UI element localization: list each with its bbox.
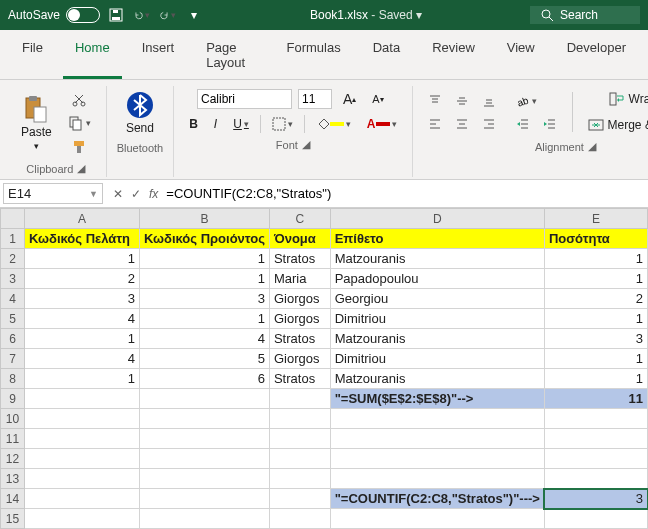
- cell-A5[interactable]: 4: [24, 309, 139, 329]
- cell-E3[interactable]: 1: [544, 269, 647, 289]
- decrease-font-button[interactable]: A▾: [367, 90, 388, 108]
- fx-button[interactable]: fx: [145, 185, 162, 203]
- tab-home[interactable]: Home: [63, 34, 122, 79]
- underline-button[interactable]: U: [228, 114, 254, 134]
- cell-B7[interactable]: 5: [139, 349, 269, 369]
- row-header-8[interactable]: 8: [1, 369, 25, 389]
- cell-D5[interactable]: Dimitriou: [330, 309, 544, 329]
- cell-B15[interactable]: [139, 509, 269, 529]
- row-header-9[interactable]: 9: [1, 389, 25, 409]
- orientation-button[interactable]: ab: [511, 91, 542, 111]
- font-size-select[interactable]: [298, 89, 332, 109]
- cell-E14[interactable]: 3: [544, 489, 647, 509]
- cell-A13[interactable]: [24, 469, 139, 489]
- cut-button[interactable]: [63, 88, 96, 110]
- dialog-launcher-icon[interactable]: ◢: [77, 162, 85, 175]
- col-header-D[interactable]: D: [330, 209, 544, 229]
- cell-B6[interactable]: 4: [139, 329, 269, 349]
- row-header-10[interactable]: 10: [1, 409, 25, 429]
- cell-D10[interactable]: [330, 409, 544, 429]
- cell-E15[interactable]: [544, 509, 647, 529]
- cell-A8[interactable]: 1: [24, 369, 139, 389]
- cell-C7[interactable]: Giorgos: [269, 349, 330, 369]
- cancel-formula-button[interactable]: ✕: [109, 185, 127, 203]
- cell-E10[interactable]: [544, 409, 647, 429]
- decrease-indent-button[interactable]: [511, 114, 535, 134]
- cell-C9[interactable]: [269, 389, 330, 409]
- cell-B14[interactable]: [139, 489, 269, 509]
- cell-B8[interactable]: 6: [139, 369, 269, 389]
- dialog-launcher-icon[interactable]: ◢: [302, 138, 310, 151]
- dialog-launcher-icon[interactable]: ◢: [588, 140, 596, 153]
- doc-state[interactable]: Saved: [379, 8, 413, 22]
- cell-E8[interactable]: 1: [544, 369, 647, 389]
- increase-indent-button[interactable]: [538, 114, 562, 134]
- cell-C3[interactable]: Maria: [269, 269, 330, 289]
- qat-overflow-icon[interactable]: ▾: [186, 7, 202, 23]
- tab-data[interactable]: Data: [361, 34, 412, 79]
- row-header-3[interactable]: 3: [1, 269, 25, 289]
- cell-A7[interactable]: 4: [24, 349, 139, 369]
- redo-icon[interactable]: [160, 7, 176, 23]
- cell-B9[interactable]: [139, 389, 269, 409]
- cell-B5[interactable]: 1: [139, 309, 269, 329]
- row-header-7[interactable]: 7: [1, 349, 25, 369]
- cell-C15[interactable]: [269, 509, 330, 529]
- row-header-6[interactable]: 6: [1, 329, 25, 349]
- cell-A15[interactable]: [24, 509, 139, 529]
- cell-A14[interactable]: [24, 489, 139, 509]
- cell-A10[interactable]: [24, 409, 139, 429]
- cell-C8[interactable]: Stratos: [269, 369, 330, 389]
- cell-D15[interactable]: [330, 509, 544, 529]
- cell-B11[interactable]: [139, 429, 269, 449]
- cell-D8[interactable]: Matzouranis: [330, 369, 544, 389]
- cell-D9[interactable]: "=SUM($E$2:$E$8)"-->: [330, 389, 544, 409]
- tab-view[interactable]: View: [495, 34, 547, 79]
- cell-D13[interactable]: [330, 469, 544, 489]
- increase-font-button[interactable]: A▴: [338, 88, 361, 110]
- bold-button[interactable]: B: [184, 114, 203, 134]
- cell-D14[interactable]: "=COUNTIF(C2:C8,"Stratos")"--->: [330, 489, 544, 509]
- tab-pagelayout[interactable]: Page Layout: [194, 34, 266, 79]
- cell-A12[interactable]: [24, 449, 139, 469]
- cell-B12[interactable]: [139, 449, 269, 469]
- bluetooth-send-button[interactable]: Send: [121, 88, 159, 138]
- tab-developer[interactable]: Developer: [555, 34, 638, 79]
- align-right-button[interactable]: [477, 114, 501, 134]
- tab-insert[interactable]: Insert: [130, 34, 187, 79]
- cell-E12[interactable]: [544, 449, 647, 469]
- cell-A9[interactable]: [24, 389, 139, 409]
- cell-C2[interactable]: Stratos: [269, 249, 330, 269]
- switch-icon[interactable]: [66, 7, 100, 23]
- cell-A1[interactable]: Κωδικός Πελάτη: [24, 229, 139, 249]
- font-color-button[interactable]: A: [362, 114, 402, 134]
- cell-E9[interactable]: 11: [544, 389, 647, 409]
- borders-button[interactable]: [267, 114, 298, 134]
- paste-button[interactable]: Paste ▾: [16, 92, 57, 154]
- fill-color-button[interactable]: [311, 114, 356, 134]
- row-header-11[interactable]: 11: [1, 429, 25, 449]
- cell-B13[interactable]: [139, 469, 269, 489]
- row-header-4[interactable]: 4: [1, 289, 25, 309]
- row-header-1[interactable]: 1: [1, 229, 25, 249]
- cell-B3[interactable]: 1: [139, 269, 269, 289]
- row-header-13[interactable]: 13: [1, 469, 25, 489]
- align-bottom-button[interactable]: [477, 91, 501, 111]
- cell-C12[interactable]: [269, 449, 330, 469]
- cell-B1[interactable]: Κωδικός Προιόντος: [139, 229, 269, 249]
- cell-C4[interactable]: Giorgos: [269, 289, 330, 309]
- align-top-button[interactable]: [423, 91, 447, 111]
- italic-button[interactable]: I: [209, 114, 222, 134]
- wrap-text-button[interactable]: Wrap Text: [583, 88, 648, 110]
- cell-E7[interactable]: 1: [544, 349, 647, 369]
- cell-E11[interactable]: [544, 429, 647, 449]
- copy-button[interactable]: [63, 112, 96, 134]
- tab-review[interactable]: Review: [420, 34, 487, 79]
- cell-C5[interactable]: Giorgos: [269, 309, 330, 329]
- row-header-12[interactable]: 12: [1, 449, 25, 469]
- cell-E4[interactable]: 2: [544, 289, 647, 309]
- tab-file[interactable]: File: [10, 34, 55, 79]
- cell-D6[interactable]: Matzouranis: [330, 329, 544, 349]
- cell-D11[interactable]: [330, 429, 544, 449]
- cell-E2[interactable]: 1: [544, 249, 647, 269]
